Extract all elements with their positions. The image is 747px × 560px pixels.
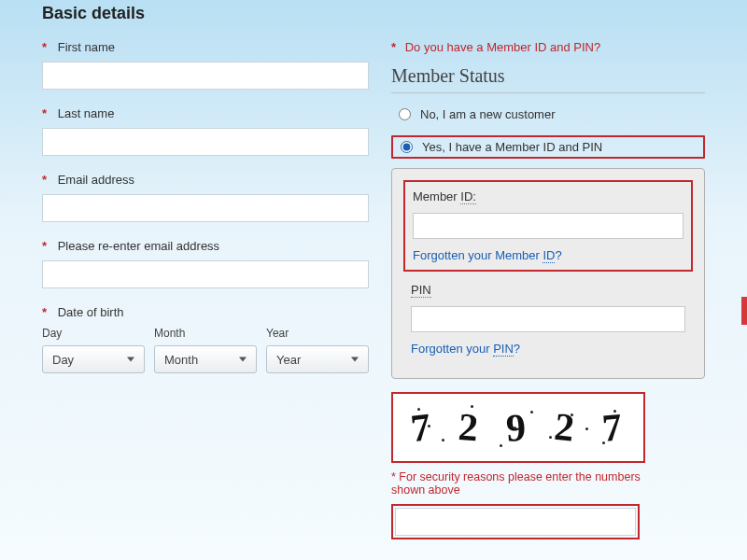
member-credentials-panel: Member ID: Forgotten your Member ID? PIN xyxy=(391,168,705,379)
radio-have-member-id-input[interactable] xyxy=(401,141,413,153)
pin-block: PIN Forgotten your PIN? xyxy=(403,275,693,363)
required-icon: * xyxy=(42,239,47,253)
radio-new-customer[interactable]: No, I am a new customer xyxy=(391,105,705,124)
member-question-label: * Do you have a Member ID and PIN? xyxy=(391,40,705,54)
captcha-input-highlight xyxy=(391,504,640,539)
pin-label: PIN xyxy=(411,283,685,297)
captcha-digit: 7 xyxy=(409,404,437,451)
required-icon: * xyxy=(42,173,47,187)
section-title: Basic details xyxy=(42,0,705,23)
form-content: Basic details * First name * Last name xyxy=(19,0,728,560)
captcha-instruction: * For security reasons please enter the … xyxy=(391,470,645,497)
captcha-input[interactable] xyxy=(395,508,636,536)
dob-year-value: Year xyxy=(276,353,301,367)
dob-year-label: Year xyxy=(266,327,369,340)
member-id-label: Member ID: xyxy=(413,189,684,203)
first-name-row: * First name xyxy=(42,40,369,90)
chevron-down-icon xyxy=(351,357,359,362)
radio-have-member-id-label: Yes, I have a Member ID and PIN xyxy=(422,140,602,154)
member-status-title: Member Status xyxy=(391,65,705,93)
basic-details-column: * First name * Last name * Email add xyxy=(42,40,369,539)
last-name-input[interactable] xyxy=(42,128,369,156)
dob-label: Date of birth xyxy=(58,305,124,319)
chevron-down-icon xyxy=(239,357,247,362)
dob-day-label: Day xyxy=(42,327,145,340)
email-row: * Email address xyxy=(42,173,369,222)
member-question-text: Do you have a Member ID and PIN? xyxy=(405,40,601,54)
chevron-down-icon xyxy=(127,357,134,362)
reemail-row: * Please re-enter email address xyxy=(42,239,369,288)
radio-new-customer-label: No, I am a new customer xyxy=(420,107,556,121)
reemail-label: Please re-enter email address xyxy=(58,239,219,253)
dob-day-value: Day xyxy=(52,353,74,367)
last-name-row: * Last name xyxy=(42,106,369,156)
member-status-column: * Do you have a Member ID and PIN? Membe… xyxy=(391,40,705,539)
dob-row: * Date of birth Day Day Month xyxy=(42,305,369,373)
first-name-label: First name xyxy=(58,40,115,54)
captcha-digit: 2 xyxy=(458,404,484,451)
first-name-input[interactable] xyxy=(42,62,369,90)
email-input[interactable] xyxy=(42,194,369,222)
dob-year-select[interactable]: Year xyxy=(266,345,369,373)
member-id-block: Member ID: Forgotten your Member ID? xyxy=(403,180,693,272)
dob-month-select[interactable]: Month xyxy=(154,345,257,373)
required-icon: * xyxy=(42,40,47,54)
reemail-input[interactable] xyxy=(42,260,369,288)
required-icon: * xyxy=(391,40,396,54)
pin-input[interactable] xyxy=(411,306,685,332)
dob-month-label: Month xyxy=(154,327,257,340)
captcha-image: 7 2 9 2 7 xyxy=(391,392,645,463)
overflow-accent-bar xyxy=(741,297,747,325)
radio-new-customer-input[interactable] xyxy=(399,108,411,120)
required-icon: * xyxy=(42,305,47,319)
captcha-digit: 9 xyxy=(505,404,530,450)
dob-month-value: Month xyxy=(164,353,198,367)
email-label: Email address xyxy=(58,173,134,187)
required-icon: * xyxy=(42,106,47,120)
member-id-input[interactable] xyxy=(413,213,684,239)
forgot-member-id-link[interactable]: Forgotten your Member ID? xyxy=(413,248,684,262)
last-name-label: Last name xyxy=(58,106,115,120)
radio-have-member-id[interactable]: Yes, I have a Member ID and PIN xyxy=(391,135,705,159)
captcha-digit: 2 xyxy=(552,404,580,451)
forgot-pin-link[interactable]: Forgotten your PIN? xyxy=(411,342,685,356)
dob-day-select[interactable]: Day xyxy=(42,345,145,373)
